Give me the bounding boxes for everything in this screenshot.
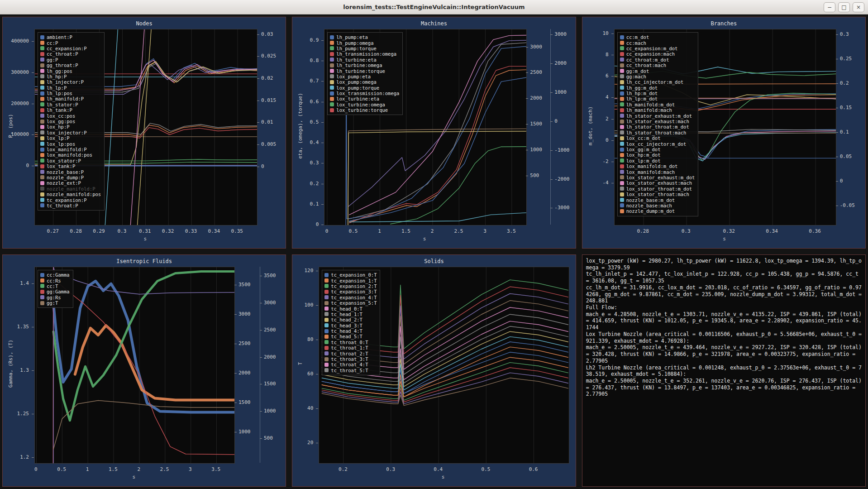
legend-item[interactable]: lox_manifold:mach — [620, 169, 695, 174]
plot-area-branches[interactable]: cc:m_dotcc:machcc_expansion:m_dotcc_expa… — [614, 29, 836, 225]
plot-area-solids[interactable]: tc_expansion_0:Ttc_expansion_1:Ttc_expan… — [319, 267, 569, 464]
legend-item[interactable]: tc_throat_3:T — [324, 356, 377, 362]
legend-item[interactable]: lh_gg:pos — [40, 68, 101, 73]
legend-item[interactable]: nozzle_dump:m_dot — [620, 208, 695, 214]
legend-item[interactable]: lox_pump:omega — [330, 79, 399, 85]
minimize-button[interactable]: − — [824, 2, 835, 12]
legend-item[interactable]: lox_manifold:P — [40, 147, 101, 152]
plot-area-isentropic-fluids[interactable]: cc:Gammacc:Rscc:Tgg:Gammagg:Rsgg:T — [34, 267, 235, 464]
legend-item[interactable]: lh_manifold:P — [40, 96, 101, 101]
legend-item[interactable]: lox_turbine:torque — [330, 107, 399, 113]
legend-item[interactable]: cc:Gamma — [40, 272, 70, 278]
legend-item[interactable]: lox_cc_injector:m_dot — [620, 141, 695, 146]
legend-item[interactable]: tc_throat_0:T — [324, 340, 377, 345]
legend-item[interactable]: gg:m_dot — [620, 68, 695, 73]
legend-item[interactable]: gg:Gamma — [40, 289, 70, 294]
legend-item[interactable]: tc_head_3:T — [324, 323, 377, 328]
legend-item[interactable]: lh_stator_exhaust:m_dot — [620, 113, 695, 118]
legend-item[interactable]: lh_pump:torque — [330, 46, 399, 51]
legend-item[interactable]: gg_throat:P — [40, 62, 101, 68]
legend-item[interactable]: cc:P — [40, 40, 101, 45]
legend-item[interactable]: tc_expansion_0:T — [324, 272, 377, 278]
legend-item[interactable]: tc_throat_2:T — [324, 350, 377, 356]
legend-item[interactable]: lh_pump:omega — [330, 40, 399, 45]
legend-item[interactable]: lox_manifold:m_dot — [620, 163, 695, 169]
legend-item[interactable]: nozzle_base:m_dot — [620, 197, 695, 202]
legend-item[interactable]: nozzle_manifold:pos — [40, 192, 101, 197]
legend-item[interactable]: tc_head_4:T — [324, 328, 377, 334]
legend-item[interactable]: lh_hp:m_dot — [620, 91, 695, 96]
legend-item[interactable]: tc_throat_4:T — [324, 362, 377, 367]
plot-area-machines[interactable]: lh_pump:etalh_pump:omegalh_pump:torquelh… — [324, 29, 526, 225]
legend-item[interactable]: lh_stator_throat:mach — [620, 130, 695, 135]
legend-item[interactable]: lox_pump:torque — [330, 85, 399, 91]
legend-item[interactable]: lh_stator_exhaust:mach — [620, 119, 695, 124]
legend-item[interactable]: lh_lp:P — [40, 85, 101, 91]
legend-item[interactable]: lox_stator_exhaust:mach — [620, 180, 695, 186]
legend-item[interactable]: cc:Rs — [40, 278, 70, 283]
legend-item[interactable]: lox_turbine:omega — [330, 102, 399, 107]
legend-item[interactable]: lh_cc_injector:m_dot — [620, 79, 695, 85]
plot-area-nodes[interactable]: ambient:Pcc:Pcc_expansion:Pcc_throat:Pgg… — [34, 29, 258, 225]
legend-item[interactable]: gg:T — [40, 300, 70, 306]
legend-item[interactable]: lh_injector:P — [40, 79, 101, 85]
legend-item[interactable]: cc:m_dot — [620, 34, 695, 40]
legend-item[interactable]: tc_head_1:T — [324, 312, 377, 317]
legend-item[interactable]: cc_expansion:mach — [620, 51, 695, 57]
legend-item[interactable]: gg:mach — [620, 74, 695, 79]
legend-item[interactable]: lh_manifold:mach — [620, 107, 695, 113]
legend-item[interactable]: lox_pump:eta — [330, 74, 399, 79]
legend-item[interactable]: nozzle_dump:P — [40, 175, 101, 180]
legend-item[interactable]: tc_throat:P — [40, 203, 101, 208]
legend-item[interactable]: lox_gg:m_dot — [620, 147, 695, 152]
legend-item[interactable]: lox_hp:P — [40, 124, 101, 129]
legend-item[interactable]: cc:T — [40, 283, 70, 289]
legend-item[interactable]: lh_gg:m_dot — [620, 85, 695, 91]
legend-item[interactable]: lox_stator:P — [40, 158, 101, 163]
legend-item[interactable]: lox_tank:P — [40, 163, 101, 169]
legend-item[interactable]: lh_stator_throat:m_dot — [620, 124, 695, 129]
legend-item[interactable]: lox_cc:pos — [40, 113, 101, 118]
legend-item[interactable]: cc_throat:mach — [620, 62, 695, 68]
legend-item[interactable]: cc_expansion:P — [40, 46, 101, 51]
legend-item[interactable]: lox_transmission:omega — [330, 91, 399, 96]
legend-item[interactable]: lox_lp:pos — [40, 141, 101, 146]
legend-item[interactable]: lox_manifold:pos — [40, 152, 101, 158]
legend-item[interactable]: cc_expansion:m_dot — [620, 46, 695, 51]
legend-item[interactable]: lh_turbine:omega — [330, 62, 399, 68]
legend-item[interactable]: gg:Rs — [40, 295, 70, 300]
legend-item[interactable]: tc_expansion_1:T — [324, 278, 377, 283]
legend-item[interactable]: lox_stator_throat:m_dot — [620, 186, 695, 192]
legend-item[interactable]: lox_cc:m_dot — [620, 135, 695, 141]
legend-item[interactable]: lox_lp:m_dot — [620, 158, 695, 163]
legend-item[interactable]: nozzle_ext:P — [40, 180, 101, 186]
legend-item[interactable]: tc_head_5:T — [324, 334, 377, 339]
legend-item[interactable]: cc:mach — [620, 40, 695, 45]
legend-item[interactable]: tc_throat_5:T — [324, 368, 377, 373]
legend-item[interactable]: tc_expansion_3:T — [324, 289, 377, 294]
legend-item[interactable]: lox_gg:pos — [40, 119, 101, 124]
legend-item[interactable]: lh_turbine:torque — [330, 68, 399, 73]
legend-item[interactable]: nozzle_base:P — [40, 169, 101, 174]
legend-item[interactable]: nozzle_manifold:P — [40, 186, 101, 192]
legend-item[interactable]: lh_pump:eta — [330, 34, 399, 40]
legend-item[interactable]: tc_head_0:T — [324, 306, 377, 311]
legend-item[interactable]: lox_stator_throat:mach — [620, 192, 695, 197]
legend-item[interactable]: tc_head_2:T — [324, 317, 377, 322]
legend-item[interactable]: ambient:P — [40, 34, 101, 40]
legend-item[interactable]: tc_expansion_5:T — [324, 300, 377, 306]
legend-item[interactable]: lh_turbine:eta — [330, 57, 399, 62]
legend-item[interactable]: cc_throat:P — [40, 51, 101, 57]
legend-item[interactable]: tc_expansion_2:T — [324, 283, 377, 289]
legend-item[interactable]: lh_transmission:omega — [330, 51, 399, 57]
legend-item[interactable]: tc_throat_1:T — [324, 345, 377, 350]
legend-item[interactable]: nozzle_base:mach — [620, 203, 695, 208]
legend-item[interactable]: lh_tank:P — [40, 107, 101, 113]
legend-item[interactable]: gg:P — [40, 57, 101, 62]
legend-item[interactable]: tc_expansion:P — [40, 197, 101, 202]
legend-item[interactable]: lox_lp:P — [40, 135, 101, 141]
legend-item[interactable]: tc_expansion_4:T — [324, 295, 377, 300]
close-button[interactable]: × — [853, 2, 864, 12]
legend-item[interactable]: lox_turbine:eta — [330, 96, 399, 101]
legend-item[interactable]: cc_throat:m_dot — [620, 57, 695, 62]
